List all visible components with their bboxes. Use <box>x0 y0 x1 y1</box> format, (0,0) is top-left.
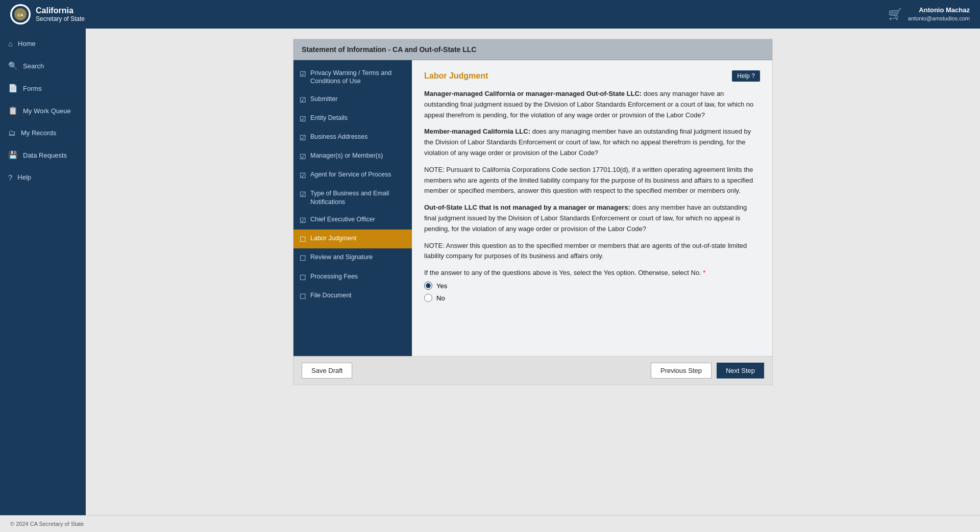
data-requests-icon: 💾 <box>8 150 18 160</box>
step-empty-icon: ☐ <box>300 254 306 263</box>
user-name: Antonio Machaz <box>908 6 970 15</box>
paragraph-2: Member-managed California LLC: does any … <box>424 126 760 158</box>
paragraph-3-text: NOTE: Pursuant to California Corporation… <box>424 166 753 195</box>
user-email: antonio@amstudios.com <box>908 15 970 22</box>
step-submitter[interactable]: ☑ Submitter <box>293 90 412 109</box>
step-file-document[interactable]: ☐ File Document <box>293 287 412 306</box>
step-label-submitter: Submitter <box>310 95 338 103</box>
step-entity-details[interactable]: ☑ Entity Details <box>293 109 412 128</box>
step-label-agent-service: Agent for Service of Process <box>310 170 391 179</box>
records-icon: 🗂 <box>8 129 16 137</box>
state-name: California <box>36 6 85 15</box>
radio-yes-label: Yes <box>436 282 447 290</box>
radio-option-no[interactable]: No <box>424 294 760 302</box>
nav-label-records: My Records <box>21 129 56 137</box>
main-content: Statement of Information - CA and Out-of… <box>86 29 980 515</box>
step-empty-icon: ☐ <box>300 292 306 301</box>
nav-label-home: Home <box>18 40 36 47</box>
form-card: Statement of Information - CA and Out-of… <box>293 39 773 385</box>
step-label-file-document: File Document <box>310 291 352 299</box>
form-content: Labor Judgment Help ? Manager-managed Ca… <box>412 60 772 356</box>
paragraph-5-text: NOTE: Answer this question as to the spe… <box>424 242 747 260</box>
step-review-signature[interactable]: ☐ Review and Signature <box>293 248 412 267</box>
help-icon: ? <box>8 173 12 182</box>
state-seal: CA <box>10 4 31 24</box>
radio-no-label: No <box>436 294 445 302</box>
state-sub: Secretary of State <box>36 15 85 22</box>
paragraph-1-bold: Manager-managed California or manager-ma… <box>424 90 642 97</box>
user-info: Antonio Machaz antonio@amstudios.com <box>908 6 970 23</box>
nav-item-home[interactable]: ⌂ Home <box>0 33 86 55</box>
nav-label-help: Help <box>17 173 31 181</box>
cart-icon[interactable]: 🛒 <box>888 8 902 21</box>
step-check-icon: ☑ <box>300 114 306 123</box>
question-label: If the answer to any of the questions ab… <box>424 269 760 276</box>
step-privacy[interactable]: ☑ Privacy Warning / Terms and Conditions… <box>293 64 412 90</box>
save-draft-button[interactable]: Save Draft <box>302 363 352 378</box>
paragraph-4-bold: Out-of-State LLC that is not managed by … <box>424 204 630 211</box>
step-check-icon: ☑ <box>300 190 306 199</box>
step-empty-icon: ☐ <box>300 235 306 244</box>
step-check-icon: ☑ <box>300 133 306 142</box>
step-label-privacy: Privacy Warning / Terms and Conditions o… <box>310 69 406 86</box>
footer-text: © 2024 CA Secretary of State <box>10 521 84 527</box>
form-card-body: ☑ Privacy Warning / Terms and Conditions… <box>293 60 772 356</box>
nav-item-help[interactable]: ? Help <box>0 166 86 188</box>
layout: ⌂ Home 🔍 Search 📄 Forms 📋 My Work Queue … <box>0 29 980 515</box>
nav-label-search: Search <box>23 62 44 70</box>
nav-item-work-queue[interactable]: 📋 My Work Queue <box>0 99 86 122</box>
search-icon: 🔍 <box>8 61 18 70</box>
svg-text:CA: CA <box>17 13 23 17</box>
nav-item-search[interactable]: 🔍 Search <box>0 55 86 77</box>
required-indicator: * <box>701 269 706 276</box>
user-area: 🛒 Antonio Machaz antonio@amstudios.com <box>888 6 970 23</box>
step-label-ceo: Chief Executive Officer <box>310 215 375 223</box>
radio-group: Yes No <box>424 282 760 302</box>
step-empty-icon: ☐ <box>300 273 306 282</box>
home-icon: ⌂ <box>8 39 13 48</box>
step-label-review-signature: Review and Signature <box>310 253 373 261</box>
nav-item-forms[interactable]: 📄 Forms <box>0 77 86 99</box>
page-footer: © 2024 CA Secretary of State <box>0 515 980 532</box>
radio-option-yes[interactable]: Yes <box>424 282 760 290</box>
nav-item-records[interactable]: 🗂 My Records <box>0 122 86 144</box>
left-nav: ⌂ Home 🔍 Search 📄 Forms 📋 My Work Queue … <box>0 29 86 515</box>
step-check-icon: ☑ <box>300 69 306 79</box>
previous-step-button[interactable]: Previous Step <box>651 363 712 378</box>
logo-area: CA California Secretary of State <box>10 4 85 24</box>
step-type-business[interactable]: ☑ Type of Business and Email Notificatio… <box>293 185 412 211</box>
paragraph-3: NOTE: Pursuant to California Corporation… <box>424 165 760 196</box>
step-agent-service[interactable]: ☑ Agent for Service of Process <box>293 166 412 185</box>
step-label-labor-judgment: Labor Judgment <box>310 234 356 242</box>
step-label-entity-details: Entity Details <box>310 114 348 122</box>
step-check-icon: ☑ <box>300 216 306 225</box>
next-step-button[interactable]: Next Step <box>717 363 764 378</box>
step-label-business-addresses: Business Addresses <box>310 133 368 141</box>
question-text: If the answer to any of the questions ab… <box>424 269 701 276</box>
paragraph-5: NOTE: Answer this question as to the spe… <box>424 241 760 262</box>
step-processing-fees[interactable]: ☐ Processing Fees <box>293 268 412 287</box>
footer-right-buttons: Previous Step Next Step <box>651 363 764 378</box>
nav-label-forms: Forms <box>23 85 42 92</box>
forms-icon: 📄 <box>8 84 18 93</box>
org-title: California Secretary of State <box>36 6 85 23</box>
step-check-icon: ☑ <box>300 95 306 105</box>
step-label-processing-fees: Processing Fees <box>310 272 358 281</box>
step-check-icon: ☑ <box>300 171 306 180</box>
step-labor-judgment[interactable]: ☐ Labor Judgment <box>293 230 412 248</box>
step-ceo[interactable]: ☑ Chief Executive Officer <box>293 211 412 230</box>
section-title: Labor Judgment Help ? <box>424 70 760 82</box>
paragraph-2-bold: Member-managed California LLC: <box>424 128 530 135</box>
step-check-icon: ☑ <box>300 152 306 161</box>
radio-yes[interactable] <box>424 282 432 290</box>
radio-no[interactable] <box>424 294 432 302</box>
step-business-addresses[interactable]: ☑ Business Addresses <box>293 128 412 147</box>
paragraph-1: Manager-managed California or manager-ma… <box>424 89 760 120</box>
section-title-text: Labor Judgment <box>424 71 488 81</box>
nav-item-data-requests[interactable]: 💾 Data Requests <box>0 144 86 166</box>
top-bar: CA California Secretary of State 🛒 Anton… <box>0 0 980 29</box>
nav-label-data-requests: Data Requests <box>23 151 67 159</box>
step-managers-members[interactable]: ☑ Manager(s) or Member(s) <box>293 147 412 166</box>
paragraph-4: Out-of-State LLC that is not managed by … <box>424 202 760 234</box>
help-button[interactable]: Help ? <box>732 70 760 82</box>
